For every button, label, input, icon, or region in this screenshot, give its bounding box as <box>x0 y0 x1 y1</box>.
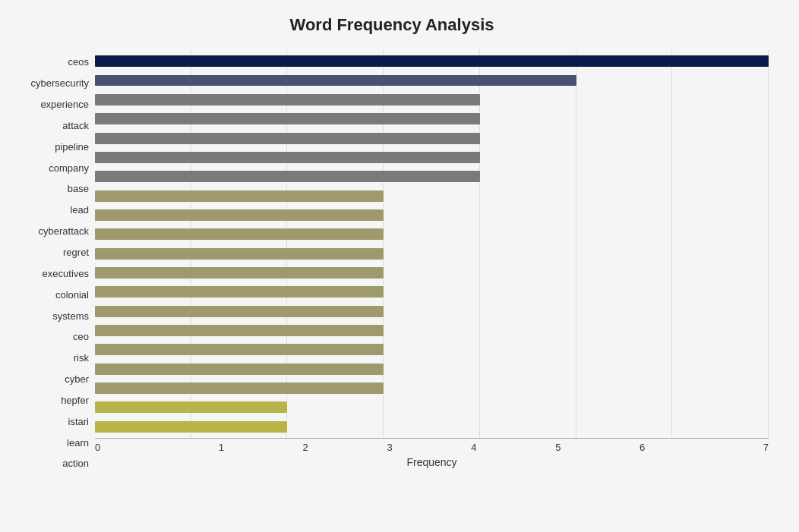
chart-area: ceoscybersecurityexperienceattackpipelin… <box>15 50 769 476</box>
bar-hepfer <box>95 364 384 375</box>
bar-row <box>95 360 769 379</box>
bar-row <box>95 225 769 244</box>
bars-and-xaxis: 01234567 Frequency <box>95 50 769 476</box>
y-label-cyberattack: cyberattack <box>39 226 89 236</box>
y-label-base: base <box>68 184 89 194</box>
x-tick: 3 <box>348 442 432 453</box>
x-ticks: 01234567 <box>95 439 769 455</box>
bar-ceo <box>95 306 384 317</box>
y-label-risk: risk <box>74 353 89 363</box>
y-label-action: action <box>62 458 89 468</box>
bar-pipeline <box>95 133 480 144</box>
bar-cybersecurity <box>95 75 576 87</box>
bars-inner <box>95 50 769 438</box>
bar-ceos <box>95 55 769 67</box>
bar-regret <box>95 228 384 240</box>
bar-executives <box>95 248 384 260</box>
y-label-regret: regret <box>63 247 89 257</box>
bar-cyberattack <box>95 209 384 221</box>
x-tick: 4 <box>432 442 516 453</box>
y-label-company: company <box>49 163 89 173</box>
bar-systems <box>95 286 384 297</box>
bar-experience <box>95 94 480 105</box>
bar-row <box>95 90 769 109</box>
x-tick: 5 <box>516 442 600 453</box>
bar-istari <box>95 382 384 394</box>
bar-row <box>95 186 769 205</box>
bar-row <box>95 109 769 128</box>
y-labels: ceoscybersecurityexperienceattackpipelin… <box>15 50 95 476</box>
bar-company <box>95 152 480 163</box>
bar-risk <box>95 325 384 336</box>
y-label-learn: learn <box>67 438 89 448</box>
bar-base <box>95 171 480 182</box>
bar-row <box>95 52 769 71</box>
bar-row <box>95 148 769 167</box>
x-axis: 01234567 Frequency <box>95 438 769 476</box>
bar-row <box>95 301 769 320</box>
y-label-experience: experience <box>40 99 89 109</box>
bar-colonial <box>95 267 384 279</box>
bar-row <box>95 263 769 282</box>
bar-learn <box>95 401 287 413</box>
y-label-lead: lead <box>70 205 89 215</box>
bar-lead <box>95 190 384 202</box>
y-label-executives: executives <box>43 269 89 279</box>
bar-row <box>95 340 769 359</box>
chart-title: Word Frequency Analysis <box>15 15 769 35</box>
bar-row <box>95 128 769 147</box>
bar-row <box>95 167 769 186</box>
y-label-cyber: cyber <box>65 374 89 384</box>
x-tick: 7 <box>684 442 769 453</box>
bar-row <box>95 417 769 436</box>
bar-row <box>95 321 769 340</box>
y-label-colonial: colonial <box>55 290 89 300</box>
bar-row <box>95 206 769 225</box>
y-label-ceos: ceos <box>68 57 89 67</box>
bar-row <box>95 398 769 417</box>
bars-section <box>95 50 769 438</box>
bar-attack <box>95 113 480 124</box>
bar-cyber <box>95 344 384 355</box>
bar-row <box>95 282 769 301</box>
x-tick: 6 <box>600 442 684 453</box>
chart-container: Word Frequency Analysis ceoscybersecurit… <box>0 0 799 532</box>
bar-row <box>95 71 769 90</box>
y-label-systems: systems <box>52 311 89 321</box>
y-label-hepfer: hepfer <box>61 395 89 405</box>
bar-row <box>95 379 769 398</box>
y-label-attack: attack <box>62 121 89 131</box>
x-tick: 0 <box>95 442 179 453</box>
y-label-cybersecurity: cybersecurity <box>30 78 89 88</box>
x-tick: 1 <box>179 442 264 453</box>
x-axis-label: Frequency <box>95 456 769 468</box>
y-label-ceo: ceo <box>73 332 89 342</box>
x-tick: 2 <box>264 442 348 453</box>
bar-action <box>95 421 287 433</box>
bar-row <box>95 244 769 263</box>
y-label-pipeline: pipeline <box>55 142 89 152</box>
y-label-istari: istari <box>68 417 89 427</box>
